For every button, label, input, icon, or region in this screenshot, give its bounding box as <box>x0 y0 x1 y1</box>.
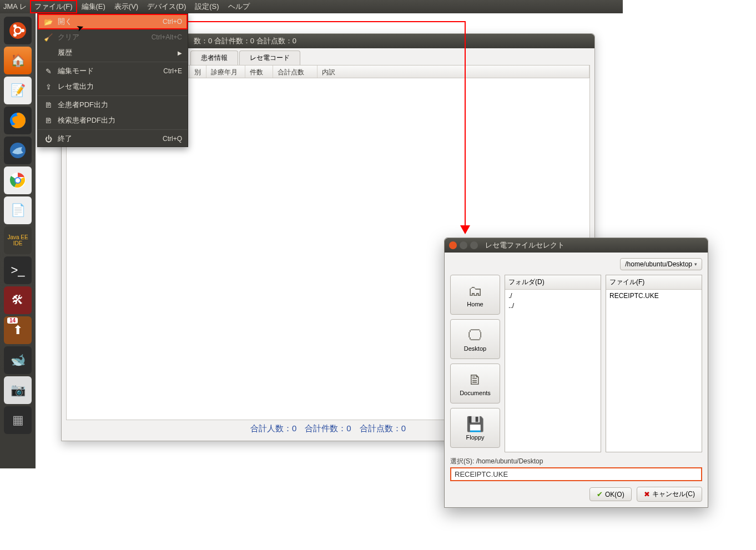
dialog-title: レセ電ファイルセレクト <box>485 240 565 250</box>
folder-list: フォルダ(D) ./ ../ <box>505 275 601 452</box>
home-folder-icon: 🗂 <box>468 282 482 300</box>
file-select-dialog: レセ電ファイルセレクト /home/ubuntu/Desktop 🗂 Home … <box>444 238 708 508</box>
menu-item-all-pdf[interactable]: 🖹 全患者PDF出力 <box>38 97 188 113</box>
annotation-arrow-head <box>460 225 470 234</box>
ok-button[interactable]: ✔ OK(O) <box>589 487 632 501</box>
place-desktop[interactable]: 🖵 Desktop <box>450 319 500 359</box>
edit-icon: ✎ <box>43 67 53 75</box>
launcher-software-icon[interactable]: 14⬆ <box>4 316 32 344</box>
menu-edit[interactable]: 編集(E) <box>77 0 110 13</box>
menu-separator <box>38 95 188 96</box>
path-button[interactable]: /home/ubuntu/Desktop <box>620 258 702 270</box>
launcher-terminal-icon[interactable]: >_ <box>4 256 32 284</box>
maximize-icon[interactable] <box>470 241 478 249</box>
col-count[interactable]: 件数 <box>245 65 273 78</box>
annotation-arrow <box>465 21 466 226</box>
launcher-libreoffice-icon[interactable]: 📄 <box>4 196 32 224</box>
launcher-chrome-icon[interactable] <box>4 166 32 194</box>
menubar-app-name: JMA レ <box>3 2 27 12</box>
col-total[interactable]: 合計点数 <box>273 65 317 78</box>
open-icon: 📂 <box>43 18 53 26</box>
launcher-javaee-icon[interactable]: Java EEIDE <box>4 226 32 254</box>
menu-item-search-pdf[interactable]: 🖹 検索患者PDF出力 <box>38 113 188 128</box>
menu-help[interactable]: ヘルプ <box>224 0 254 13</box>
svg-point-4 <box>13 33 17 37</box>
svg-point-3 <box>13 24 17 28</box>
power-icon: ⏻ <box>43 135 53 143</box>
floppy-icon: 💾 <box>466 416 484 433</box>
cancel-button[interactable]: ✖ キャンセル(C) <box>637 487 702 502</box>
menu-item-quit[interactable]: ⏻ 終了 Ctrl+Q <box>38 131 188 147</box>
pdf-icon: 🖹 <box>43 101 53 109</box>
launcher-thunderbird-icon[interactable] <box>4 137 32 164</box>
list-item[interactable]: ../ <box>508 301 597 311</box>
export-icon: ⇪ <box>43 83 53 91</box>
launcher: 🏠 📝 📄 Java EEIDE >_ 🛠 14⬆ 🐋 📷 ▦ <box>0 13 36 468</box>
col-detail[interactable]: 内訳 <box>317 65 589 78</box>
col-month[interactable]: 診療年月 <box>206 65 245 78</box>
launcher-orca-icon[interactable]: 🐋 <box>4 346 32 374</box>
pdf-icon: 🖹 <box>43 117 53 125</box>
dialog-titlebar[interactable]: レセ電ファイルセレクト <box>445 238 708 253</box>
launcher-gedit-icon[interactable]: 📝 <box>4 77 32 104</box>
minimize-icon[interactable] <box>460 241 467 249</box>
launcher-files-icon[interactable]: 🏠 <box>4 47 32 74</box>
svg-point-9 <box>16 178 20 183</box>
file-list-header[interactable]: ファイル(F) <box>606 275 702 290</box>
selection-input[interactable] <box>450 467 702 481</box>
places-sidebar: 🗂 Home 🖵 Desktop 🗎 Documents 💾 Floppy <box>450 275 500 452</box>
selection-label: 選択(S): /home/ubuntu/Desktop <box>450 457 543 465</box>
list-item[interactable]: RECEIPTC.UKE <box>609 291 698 301</box>
menu-file[interactable]: ファイル(F) <box>30 0 77 13</box>
menu-separator <box>38 129 188 130</box>
folder-list-header[interactable]: フォルダ(D) <box>505 275 601 290</box>
menu-item-receden-out[interactable]: ⇪ レセ電出力 <box>38 79 188 94</box>
file-list: ファイル(F) RECEIPTC.UKE <box>606 275 702 452</box>
annotation-arrow <box>188 21 466 22</box>
list-item[interactable]: ./ <box>508 291 597 301</box>
desktop-icon: 🖵 <box>468 327 482 344</box>
app-title: 数：0 合計件数：0 合計点数：0 <box>194 36 296 46</box>
launcher-firefox-icon[interactable] <box>4 107 32 134</box>
svg-point-2 <box>21 29 24 32</box>
place-floppy[interactable]: 💾 Floppy <box>450 408 500 448</box>
close-icon[interactable] <box>449 241 457 249</box>
menu-view[interactable]: 表示(V) <box>110 0 143 13</box>
launcher-settings-icon[interactable]: 🛠 <box>4 286 32 314</box>
documents-icon: 🗎 <box>468 371 482 388</box>
place-home[interactable]: 🗂 Home <box>450 275 500 315</box>
submenu-arrow-icon: ▶ <box>178 50 182 56</box>
menu-item-history[interactable]: 履歴 ▶ <box>38 45 188 60</box>
col-betsu[interactable]: 別 <box>190 65 206 78</box>
tab-patient-info[interactable]: 患者情報 <box>190 51 238 65</box>
check-icon: ✔ <box>597 490 603 498</box>
cancel-icon: ✖ <box>644 490 650 498</box>
launcher-update-badge: 14 <box>7 317 18 324</box>
menu-device[interactable]: デバイス(D) <box>143 0 190 13</box>
menu-item-clear[interactable]: 🧹 クリア Ctrl+Alt+C <box>38 29 188 45</box>
launcher-camera-icon[interactable]: 📷 <box>4 376 32 404</box>
menu-item-open[interactable]: 📂 開く Ctrl+O <box>38 14 188 29</box>
file-menu-dropdown: 📂 開く Ctrl+O 🧹 クリア Ctrl+Alt+C 履歴 ▶ ✎ 編集モー… <box>37 13 188 147</box>
clear-icon: 🧹 <box>43 33 53 42</box>
place-documents[interactable]: 🗎 Documents <box>450 364 500 403</box>
menubar: JMA レ ファイル(F) 編集(E) 表示(V) デバイス(D) 設定(S) … <box>0 0 623 13</box>
launcher-dash-icon[interactable] <box>4 17 32 44</box>
menu-settings[interactable]: 設定(S) <box>190 0 223 13</box>
tab-receden-code[interactable]: レセ電コード <box>239 51 300 65</box>
launcher-workspace-icon[interactable]: ▦ <box>4 406 32 434</box>
menu-separator <box>38 62 188 62</box>
menu-item-editmode[interactable]: ✎ 編集モード Ctrl+E <box>38 63 188 79</box>
